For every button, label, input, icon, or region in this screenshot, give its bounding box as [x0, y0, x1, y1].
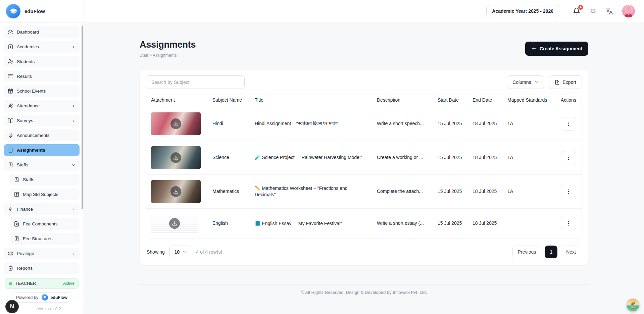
page-size-select[interactable]: 10: [169, 246, 192, 258]
sidebar-item-surveys[interactable]: Surveys: [4, 115, 80, 126]
sidebar-item-finance[interactable]: Finance: [4, 203, 80, 215]
chevron-right-icon: [71, 104, 76, 108]
columns-dropdown-button[interactable]: Columns: [507, 75, 544, 89]
column-header-title: Title: [250, 94, 372, 107]
user-plus-icon: [8, 59, 13, 64]
sidebar-item-label: Map Std Subjects: [23, 192, 58, 197]
sidebar-item-dashboard[interactable]: Dashboard: [4, 26, 80, 38]
notification-count-badge: 4: [578, 4, 584, 10]
mapped-standards-cell: 1A: [503, 149, 556, 166]
column-header-actions: Actions: [556, 94, 582, 107]
sidebar-item-label: Fee Structures: [23, 236, 53, 241]
status-dot-icon: [9, 282, 12, 285]
island-theme-icon[interactable]: 🏝️: [627, 299, 639, 311]
calendar-heart-icon: [8, 88, 13, 94]
sidebar-subitem-fee-structures[interactable]: Fee Structures: [10, 233, 80, 245]
row-actions-button[interactable]: [561, 217, 576, 230]
row-actions-button[interactable]: [561, 185, 576, 198]
start-date-cell: 15 Jul 2025: [433, 215, 468, 232]
attachment-thumbnail[interactable]: [151, 146, 201, 169]
mapped-standards-cell: 1A: [503, 183, 556, 200]
settings-icon: [8, 251, 13, 256]
title-cell: 📘 English Essay – "My Favorite Festival": [250, 215, 372, 232]
current-page-button[interactable]: 1: [545, 246, 557, 258]
subject-cell: Hindi: [208, 115, 250, 132]
academic-year-selector[interactable]: Academic Year: 2025 - 2026: [486, 5, 559, 17]
sidebar-item-academics[interactable]: Academics: [4, 41, 80, 53]
topbar: Academic Year: 2025 - 2026 4: [84, 0, 644, 22]
sidebar-item-reports[interactable]: Reports: [4, 262, 80, 274]
create-assignment-button[interactable]: Create Assignment: [525, 42, 588, 56]
description-cell: Create a working or ...: [372, 149, 433, 166]
sidebar-subitem-fee-components[interactable]: Fee Components: [10, 218, 80, 230]
chevron-down-icon: [183, 250, 186, 254]
user-avatar[interactable]: [622, 5, 635, 17]
sidebar-item-results[interactable]: Results: [4, 70, 80, 82]
sidebar-item-staffs[interactable]: Staffs: [4, 159, 80, 171]
next-page-button[interactable]: Next: [561, 246, 581, 258]
export-button[interactable]: Export: [549, 75, 582, 89]
description-cell: Write a short essay (...: [372, 215, 433, 232]
attachment-thumbnail[interactable]: [151, 214, 198, 233]
page-header: Assignments Staff > Assignments Create A…: [140, 40, 588, 58]
column-header-attachment: Attachment: [146, 94, 208, 107]
search-input[interactable]: [146, 75, 245, 89]
copyright-footer: © All Rights Reserved. Design & Develope…: [140, 284, 588, 303]
sidebar-subitem-staffs[interactable]: Staffs: [10, 174, 80, 186]
sidebar-item-label: Staffs: [23, 177, 34, 182]
title-cell: 🧪 Science Project – "Rainwater Harvestin…: [250, 149, 372, 166]
start-date-cell: 15 Jul 2025: [433, 183, 468, 200]
sidebar-item-privilege[interactable]: Privilege: [4, 248, 80, 259]
chevron-down-icon: [71, 163, 76, 167]
description-cell: Complete the attach...: [372, 183, 433, 200]
download-icon[interactable]: [170, 152, 181, 163]
app-root: eduFlow DashboardAcademicsStudentsResult…: [0, 0, 644, 314]
book-open-icon: [8, 118, 13, 123]
sidebar-item-students[interactable]: Students: [4, 56, 80, 67]
gauge-icon: [8, 29, 13, 35]
attachment-thumbnail[interactable]: [151, 112, 201, 135]
language-switcher-icon[interactable]: [606, 7, 613, 15]
powered-by-label: Powered by:: [16, 295, 39, 300]
sidebar-item-label: Results: [17, 74, 32, 79]
sidebar-item-label: Assignments: [17, 148, 45, 153]
role-badge: TEACHER Active: [5, 278, 79, 289]
assignments-card: Columns Export AttachmentSubject NameTit…: [140, 69, 588, 265]
subject-cell: Science: [208, 149, 250, 166]
column-header-start-date: Start Date: [433, 94, 468, 107]
sidebar-item-label: Surveys: [17, 118, 33, 123]
column-header-mapped-standards: Mapped Standards: [503, 94, 556, 107]
showing-label: Showing: [147, 249, 165, 255]
download-icon[interactable]: [170, 186, 181, 197]
row-actions-button[interactable]: [561, 117, 576, 130]
role-status: Active: [63, 281, 75, 286]
sidebar-item-assignments[interactable]: Assignments: [4, 144, 80, 156]
assignments-table: AttachmentSubject NameTitleDescriptionSt…: [146, 94, 582, 239]
chevron-right-icon: [71, 118, 76, 123]
sidebar-item-attendance[interactable]: Attendance: [4, 100, 80, 112]
sidebar-item-label: Academics: [17, 44, 39, 49]
theme-toggle-sun-icon[interactable]: [589, 7, 597, 15]
plus-icon: [531, 46, 537, 51]
nextjs-dev-badge[interactable]: N: [5, 300, 19, 313]
download-icon[interactable]: [170, 118, 181, 129]
book-type-icon: [8, 44, 13, 50]
id-badge-icon: [8, 162, 13, 168]
download-icon[interactable]: [169, 218, 180, 229]
notification-bell-icon[interactable]: 4: [573, 7, 580, 15]
attachment-thumbnail[interactable]: [151, 180, 201, 203]
table-header-row: AttachmentSubject NameTitleDescriptionSt…: [146, 94, 582, 107]
sidebar-subitem-map-std-subjects[interactable]: Map Std Subjects: [10, 189, 80, 200]
previous-page-button[interactable]: Previous: [512, 246, 541, 258]
sidebar-scrollbar[interactable]: [82, 25, 83, 209]
column-header-subject-name: Subject Name: [208, 94, 250, 107]
table-row-science: Science🧪 Science Project – "Rainwater Ha…: [146, 141, 582, 175]
end-date-cell: 18 Jul 2025: [468, 215, 503, 232]
table-body: HindiHindi Assignment – "स्वतंत्रता दिवस…: [146, 107, 582, 239]
end-date-cell: 18 Jul 2025: [468, 149, 503, 166]
row-actions-button[interactable]: [561, 151, 576, 164]
sidebar-item-school-events[interactable]: School Events: [4, 85, 80, 97]
sidebar-item-announcements[interactable]: Announcements: [4, 129, 80, 141]
table-row-hindi: HindiHindi Assignment – "स्वतंत्रता दिवस…: [146, 107, 582, 141]
app-logo[interactable]: eduFlow: [0, 0, 84, 23]
